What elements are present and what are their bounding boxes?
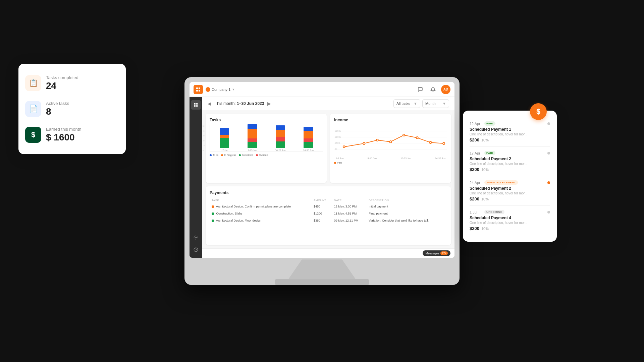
monitor-screen: Company 1 ▼ AD [190,82,454,258]
messages-badge: 27+ [440,251,448,255]
stats-card: 📋 Tasks completed 24 📄 Active tasks 8 $ … [18,64,126,154]
table-row: Architectural Design: Floor design $350 … [210,217,447,224]
svg-text:$0: $0 [335,148,337,150]
payment-task-2: Construction: Slabs [210,210,312,217]
svg-rect-2 [196,90,198,92]
svg-rect-5 [196,103,198,105]
period-filter[interactable]: Month ▼ [422,99,449,108]
svg-point-19 [343,146,345,148]
payment-date-2: 17 Apr [470,151,482,155]
bar-label-4: 24-30 Jun [303,149,314,152]
app-container: Company 1 ▼ AD [190,82,454,258]
next-date-btn[interactable]: ▶ [267,101,271,106]
payment-amount-2: $200 [470,167,479,172]
sidebar-help-icon[interactable] [191,245,201,254]
user-avatar[interactable]: AD [441,85,450,94]
active-tasks-value: 8 [46,107,119,117]
messages-bar: Messages 27+ [202,248,454,258]
svg-point-26 [443,142,445,144]
payment-percent-1: 10% [481,138,489,142]
tasks-chart-card: Tasks 0 10 20 30 [206,114,327,183]
payment-entry-1: 12 Apr PAID Scheduled Payment 1 One line… [470,117,550,147]
main-content: ◀ This month: 1–30 Jun 2023 ▶ All tasks [202,97,454,258]
payment-desc-3: One line of description, hover for mor..… [470,191,550,195]
svg-rect-6 [194,105,196,107]
bar-label-1: 1-7 Jun [220,149,228,152]
payments-title: Payments [210,190,447,195]
monitor-shell: Company 1 ▼ AD [0,0,644,362]
income-chart-area: $0 $500 $1000 $1500 [334,125,447,162]
payment-percent-2: 10% [481,168,489,172]
payment-date-1: 12 May, 3:30 PM [332,203,367,210]
svg-rect-7 [196,105,198,107]
earned-icon: $ [25,127,41,143]
company-selector[interactable]: Company 1 ▼ [206,87,235,92]
svg-rect-4 [194,103,196,105]
table-row: Construction: Slabs $1200 11 May, 4:51 P… [210,210,447,217]
payments-table: TASK AMOUNT DATE DESCRIPTION [210,198,447,224]
payment-title-2: Scheduled Payment 2 [470,157,550,161]
payment-desc-4: One line of description, hover for mor..… [470,221,550,225]
bar-label-2: 8-15 Jun [248,149,257,152]
dashboard-grid: Tasks 0 10 20 30 [202,110,454,248]
svg-rect-1 [199,87,200,89]
income-chart-legend: Paid [334,162,447,164]
tasks-completed-label: Tasks completed [46,75,119,80]
top-nav: Company 1 ▼ AD [190,82,454,97]
bar-label-3: 16-23 Jun [275,149,285,152]
svg-point-25 [429,141,431,143]
active-tasks-icon: 📄 [25,101,41,117]
payment-amount-4: $200 [470,226,479,231]
prev-date-btn[interactable]: ◀ [208,101,211,106]
payment-dot-3 [547,181,550,184]
payment-date-3: 09 May, 12:11 PM [332,217,367,224]
tasks-chart-legend: To do In Progress Completed Overdue [210,154,323,156]
monitor-body: Company 1 ▼ AD [184,77,460,285]
payment-desc-1: Initial payment [367,203,447,210]
payment-date-4: 1 Jul [470,210,482,214]
col-date: DATE [332,198,367,203]
messages-button[interactable]: Messages 27+ [423,250,450,256]
svg-point-8 [195,237,197,239]
date-range-strong: 1–30 Jun 2023 [237,101,264,106]
svg-text:$1500: $1500 [335,130,341,132]
payment-desc-1: One line of description, hover for mor..… [470,132,550,136]
income-chart-card: Income [330,114,451,183]
filter-group: All tasks ▼ Month ▼ [393,99,449,108]
payment-dot-1 [547,122,550,125]
income-line-svg: $0 $500 $1000 $1500 [334,125,447,155]
payment-percent-4: 10% [481,227,489,231]
payment-amount-1: $450 [312,203,332,210]
svg-text:$500: $500 [335,142,340,144]
tasks-chart-title: Tasks [210,118,323,122]
tasks-completed-value: 24 [46,81,119,91]
col-amount: AMOUNT [312,198,332,203]
nav-icons: AD [416,85,450,94]
payment-task-1: Architectural Design: Confirm permit pla… [210,203,312,210]
chat-icon[interactable] [416,85,425,94]
payment-percent-3: 10% [481,197,489,201]
payment-entry-2: 17 Apr PAID Scheduled Payment 2 One line… [470,147,550,176]
col-task: TASK [210,198,312,203]
svg-point-21 [376,139,378,141]
payment-entry-3: 24 Apr AWAITING PAYMENT Scheduled Paymen… [470,176,550,206]
payments-side-card: $ 12 Apr PAID Scheduled Payment 1 One li… [463,111,557,242]
tasks-chart-area: 0 10 20 30 40 50 [210,125,323,159]
sidebar-dashboard-icon[interactable] [191,100,201,110]
svg-point-23 [403,134,405,136]
earned-this-month-stat: $ Earned this month $ 1600 [25,122,119,147]
tasks-completed-icon: 📋 [25,75,41,91]
payment-dot-2 [547,152,550,155]
earned-label: Earned this month [46,127,119,132]
svg-rect-0 [196,87,198,89]
payment-amount-3: $350 [312,217,332,224]
tasks-completed-stat: 📋 Tasks completed 24 [25,70,119,96]
monitor-base [275,279,369,285]
bell-icon[interactable] [428,85,438,94]
earned-value: $ 1600 [46,132,119,143]
tasks-filter[interactable]: All tasks ▼ [393,99,420,108]
content-area: ◀ This month: 1–30 Jun 2023 ▶ All tasks [190,97,454,258]
payments-card: Payments TASK AMOUNT DATE DESCRIPTION [206,186,451,245]
sidebar-settings-icon[interactable] [191,233,201,242]
payment-dot-4 [547,211,550,214]
